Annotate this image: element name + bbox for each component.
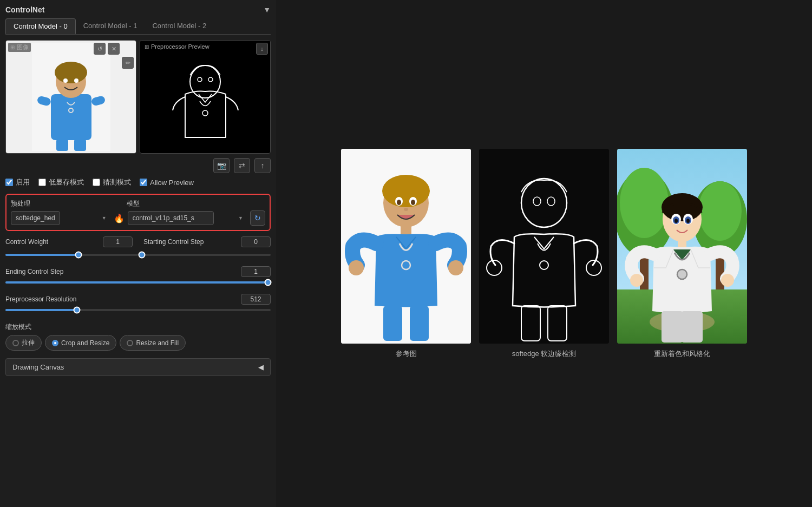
- rotate-image-button[interactable]: ↺: [94, 43, 106, 55]
- model-dropdown[interactable]: control_v11p_sd15_s control_v11p_sd15_ca…: [128, 211, 214, 225]
- panel-title: ControlNet: [5, 5, 44, 14]
- source-image-panel: ⊞ 图像 ↺ ✕ ✏: [5, 40, 136, 154]
- tab-control-model-2[interactable]: Control Model - 2: [145, 18, 214, 34]
- result-edge: softedge 软边缘检测: [479, 149, 609, 359]
- svg-point-59: [677, 269, 687, 279]
- resize-fill-label: Resize and Fill: [136, 339, 179, 347]
- svg-point-58: [721, 274, 734, 287]
- image-panel-controls: ↺ ✕ ✏: [94, 43, 134, 69]
- weight-step-row: Control Weight 1 Starting Control Step 0: [5, 236, 271, 249]
- reference-image: [341, 149, 471, 344]
- svg-rect-9: [56, 139, 68, 151]
- stretch-label: 拉伸: [22, 338, 35, 347]
- preview-panel-label: ⊞ Preprocessor Preview: [142, 43, 212, 50]
- swap-button[interactable]: ⇄: [234, 158, 250, 173]
- image-panel-label: ⊞ 图像: [8, 43, 31, 52]
- preprocessor-res-header: Preprocessor Resolution 512: [5, 294, 271, 305]
- tab-control-model-1[interactable]: Control Model - 1: [76, 18, 145, 34]
- control-weight-value: 1: [103, 236, 133, 247]
- svg-rect-60: [662, 311, 683, 343]
- starting-step-section: Starting Control Step 0: [143, 236, 271, 249]
- svg-point-42: [620, 168, 669, 238]
- enable-checkbox[interactable]: 启用: [5, 177, 30, 187]
- starting-step-header: Starting Control Step 0: [143, 236, 271, 247]
- starting-step-label: Starting Control Step: [143, 238, 204, 246]
- reference-label: 参考图: [396, 349, 417, 359]
- edge-label: softedge 软边缘检测: [512, 349, 577, 359]
- model-refresh-button[interactable]: ↻: [250, 210, 265, 226]
- svg-point-57: [630, 274, 643, 287]
- preprocessor-dropdown[interactable]: softedge_hed none canny: [11, 211, 60, 225]
- crop-resize-radio: [52, 340, 58, 346]
- control-weight-section: Control Weight 1: [5, 236, 133, 249]
- preprocessor-dropdown-wrapper: softedge_hed none canny: [11, 211, 110, 225]
- preview-image: [140, 41, 270, 153]
- camera-button[interactable]: 📷: [213, 158, 230, 173]
- svg-rect-1: [51, 94, 91, 140]
- drawing-canvas-button[interactable]: Drawing Canvas ◀: [5, 358, 271, 376]
- preprocessor-section-label: 预处理: [11, 199, 127, 208]
- svg-point-3: [55, 62, 87, 83]
- svg-point-18: [382, 175, 430, 207]
- control-weight-label: Control Weight: [5, 238, 60, 246]
- svg-rect-28: [383, 306, 402, 341]
- allow-preview-checkbox[interactable]: Allow Preview: [140, 179, 194, 187]
- svg-rect-61: [681, 311, 703, 343]
- svg-point-25: [349, 260, 364, 275]
- svg-rect-11: [166, 43, 245, 151]
- collapse-button[interactable]: ▼: [263, 5, 271, 14]
- pen-image-button[interactable]: ✏: [122, 57, 134, 69]
- low-vram-input[interactable]: [38, 179, 46, 186]
- result-reference: 参考图: [341, 149, 471, 359]
- stretch-radio: [12, 340, 19, 346]
- allow-preview-input[interactable]: [140, 179, 147, 186]
- options-row: 启用 低显存模式 猜测模式 Allow Preview: [5, 177, 271, 187]
- allow-preview-label: Allow Preview: [150, 179, 194, 187]
- weight-step-slider-row: [5, 251, 271, 260]
- preprocessor-preview-panel: ⊞ Preprocessor Preview ↓: [140, 40, 271, 154]
- model-dropdown-wrapper: control_v11p_sd15_s control_v11p_sd15_ca…: [128, 211, 247, 225]
- styled-image: [617, 149, 747, 344]
- low-vram-checkbox[interactable]: 低显存模式: [38, 177, 84, 187]
- ending-step-value: 1: [241, 266, 271, 277]
- low-vram-label: 低显存模式: [49, 177, 84, 187]
- results-grid: 参考图: [341, 149, 747, 359]
- model-tabs: Control Model - 0 Control Model - 1 Cont…: [5, 18, 271, 35]
- resize-fill-radio: [127, 340, 133, 346]
- model-row-labels: 预处理 模型: [11, 199, 265, 208]
- svg-point-26: [448, 260, 463, 275]
- svg-point-23: [404, 208, 408, 211]
- result-styled: 重新着色和风格化: [617, 149, 747, 359]
- scale-mode-buttons: 拉伸 Crop and Resize Resize and Fill: [5, 335, 271, 351]
- ending-step-label: Ending Control Step: [5, 268, 63, 275]
- svg-point-22: [411, 200, 415, 205]
- crop-resize-label: Crop and Resize: [61, 339, 109, 347]
- download-preview-button[interactable]: ↓: [256, 43, 268, 55]
- preprocessor-model-section: 预处理 模型 softedge_hed none canny 🔥 control…: [5, 194, 271, 231]
- upload-button[interactable]: ↑: [254, 158, 271, 173]
- control-weight-track: [5, 254, 138, 256]
- svg-point-4: [63, 78, 68, 83]
- preview-panel-controls: ↓: [256, 43, 268, 55]
- tab-control-model-0[interactable]: Control Model - 0: [5, 18, 76, 34]
- guess-mode-checkbox[interactable]: 猜测模式: [93, 177, 131, 187]
- scale-resize-fill-button[interactable]: Resize and Fill: [120, 335, 186, 351]
- scale-mode-label: 缩放模式: [5, 322, 271, 332]
- enable-input[interactable]: [5, 179, 13, 186]
- svg-point-54: [675, 219, 678, 223]
- drawing-canvas-label: Drawing Canvas: [12, 363, 64, 371]
- svg-rect-29: [410, 306, 429, 341]
- styled-label: 重新着色和风格化: [654, 349, 710, 359]
- starting-step-value: 0: [241, 236, 271, 247]
- panel-header: ControlNet ▼: [5, 5, 271, 14]
- fire-icon: 🔥: [114, 213, 125, 223]
- scale-crop-resize-button[interactable]: Crop and Resize: [45, 335, 116, 351]
- close-image-button[interactable]: ✕: [108, 43, 120, 55]
- control-weight-header: Control Weight 1: [5, 236, 133, 247]
- guess-mode-input[interactable]: [93, 179, 100, 186]
- ending-step-slider: [5, 279, 271, 287]
- scale-stretch-button[interactable]: 拉伸: [5, 335, 42, 351]
- enable-label: 启用: [16, 177, 30, 187]
- svg-rect-10: [74, 139, 86, 151]
- starting-step-track: [141, 254, 271, 256]
